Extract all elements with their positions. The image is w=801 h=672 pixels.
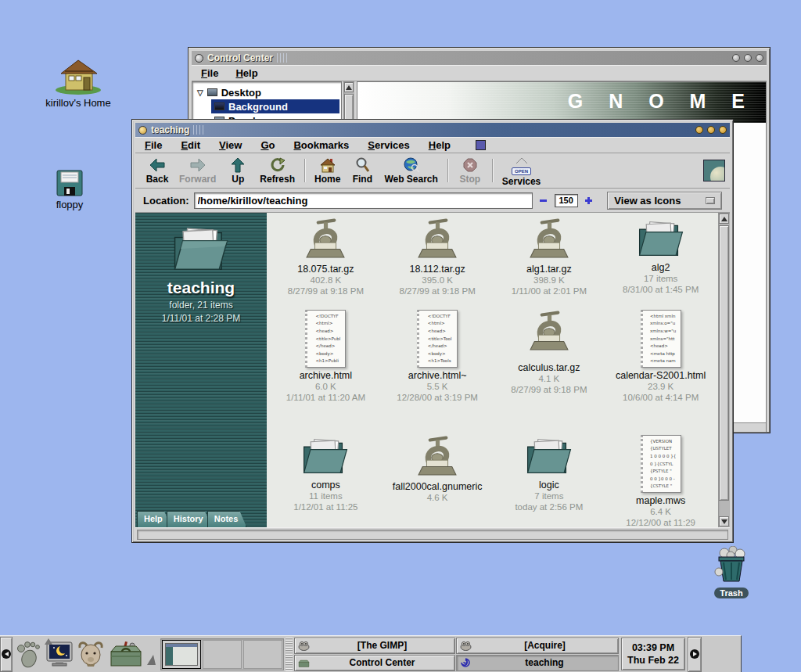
find-button[interactable]: Find bbox=[345, 154, 379, 187]
sidebar-folder-name: teaching bbox=[135, 279, 267, 297]
panel-hide-right-button[interactable] bbox=[688, 637, 702, 672]
file-view-scrollbar[interactable] bbox=[718, 213, 730, 527]
teaching-toolbar: Back Forward Up Refresh bbox=[135, 153, 730, 189]
file-item[interactable]: alg2 17 items 8/31/00 at 1:45 PM bbox=[605, 217, 717, 310]
file-item[interactable]: logic 7 items today at 2:56 PM bbox=[494, 435, 605, 527]
drawer-arrow-icon[interactable] bbox=[147, 655, 156, 665]
control-center-titlebar[interactable]: Control Center bbox=[192, 51, 767, 65]
menu-help[interactable]: Help bbox=[235, 67, 257, 79]
tree-item-desktop[interactable]: ▽ Desktop bbox=[194, 85, 339, 99]
file-item[interactable]: alg1.tar.gz 398.9 K 1/11/00 at 2:01 PM bbox=[494, 217, 605, 310]
teaching-titlebar[interactable]: teaching bbox=[135, 123, 730, 137]
xml-document-icon: <html xmln xmlns:o="u xmlns:w="u xmlns="… bbox=[641, 310, 681, 368]
tab-notes[interactable]: Notes bbox=[207, 511, 247, 527]
option-menu-indicator-icon bbox=[706, 197, 715, 204]
menu-services[interactable]: Services bbox=[368, 139, 410, 151]
menu-applet-square[interactable] bbox=[476, 140, 486, 150]
home-icon-label: kirillov's Home bbox=[41, 97, 116, 109]
panel-hide-left-button[interactable] bbox=[0, 637, 13, 672]
desktop-icon-trash[interactable]: Trash bbox=[708, 546, 755, 599]
menu-edit[interactable]: Edit bbox=[181, 139, 200, 151]
folder-icon bbox=[301, 435, 350, 477]
file-item[interactable]: <!DOCTYF <html> <head> <title>Publ </hea… bbox=[270, 310, 382, 435]
window-menu-icon[interactable] bbox=[138, 126, 147, 135]
menu-file[interactable]: File bbox=[201, 67, 218, 79]
menu-go[interactable]: Go bbox=[260, 139, 275, 151]
zoom-level-value: 150 bbox=[555, 194, 578, 207]
file-item[interactable]: {VERSION {USTYLET 1 0 0 0 0 }{ 0 }{CSTYL… bbox=[605, 435, 717, 527]
desktop-icon-floppy[interactable]: floppy bbox=[45, 169, 94, 210]
tasklist-handle[interactable] bbox=[286, 638, 293, 671]
stop-icon bbox=[463, 157, 477, 173]
desktop-1-cell[interactable] bbox=[162, 640, 201, 669]
desktop-2-cell[interactable] bbox=[203, 640, 242, 669]
main-menu-button[interactable] bbox=[13, 638, 44, 670]
maple-document-icon: {VERSION {USTYLET 1 0 0 0 0 }{ 0 }{CSTYL… bbox=[641, 435, 681, 493]
close-button[interactable] bbox=[756, 54, 763, 62]
file-item[interactable]: calculus.tar.gz 4.1 K 8/27/99 at 9:18 PM bbox=[494, 310, 605, 435]
close-button[interactable] bbox=[719, 126, 727, 134]
scroll-up-icon[interactable] bbox=[719, 214, 729, 224]
forward-button[interactable]: Forward bbox=[174, 154, 221, 187]
scroll-up-icon[interactable] bbox=[344, 82, 354, 92]
trash-icon bbox=[712, 546, 751, 585]
maximize-button[interactable] bbox=[744, 54, 752, 62]
menu-file[interactable]: File bbox=[145, 139, 162, 151]
tab-help[interactable]: Help bbox=[137, 511, 171, 527]
task-acquire[interactable]: [Acquire] bbox=[456, 638, 619, 654]
zoom-in-button[interactable] bbox=[583, 194, 595, 207]
location-label: Location: bbox=[143, 195, 189, 207]
web-search-button[interactable]: Web Search bbox=[379, 154, 442, 187]
refresh-button[interactable]: Refresh bbox=[255, 154, 300, 187]
html-document-icon: <!DOCTYF <html> <head> <title>Tool </hea… bbox=[417, 310, 458, 368]
task-gimp[interactable]: [The GIMP] bbox=[294, 638, 455, 654]
file-item[interactable]: 18.112.tar.gz 395.0 K 8/27/99 at 9:18 PM bbox=[382, 217, 494, 310]
task-teaching[interactable]: teaching bbox=[456, 655, 619, 671]
control-center-menubar: File Help bbox=[192, 65, 767, 81]
desktop-3-cell[interactable] bbox=[243, 640, 282, 669]
location-input[interactable] bbox=[194, 192, 533, 209]
task-control-center[interactable]: Control Center bbox=[294, 655, 455, 671]
menu-help[interactable]: Help bbox=[429, 139, 451, 151]
file-item[interactable]: 18.075.tar.gz 402.8 K 8/27/99 at 9:18 PM bbox=[270, 217, 382, 310]
maximize-button[interactable] bbox=[707, 126, 715, 134]
view-mode-dropdown[interactable]: View as Icons bbox=[607, 192, 722, 210]
home-button[interactable]: Home bbox=[310, 154, 345, 187]
zoom-out-button[interactable] bbox=[537, 194, 550, 207]
file-item[interactable]: fall2000cal.gnumeric 4.6 K bbox=[382, 435, 494, 527]
gnome-banner: G N O M E bbox=[357, 82, 766, 123]
file-item[interactable]: comps 11 items 1/12/01 at 11:25 bbox=[270, 435, 382, 527]
up-button[interactable]: Up bbox=[221, 154, 255, 187]
clock-applet[interactable]: 03:39 PM Thu Feb 22 bbox=[621, 638, 685, 670]
tree-item-background[interactable]: Background bbox=[211, 99, 339, 113]
gnome-banner-text: G N O M E bbox=[568, 90, 755, 113]
clock-time: 03:39 PM bbox=[632, 641, 674, 654]
floppy-icon-label: floppy bbox=[45, 199, 94, 210]
minimize-button[interactable] bbox=[732, 54, 740, 62]
tab-history[interactable]: History bbox=[167, 511, 212, 527]
control-center-launcher[interactable] bbox=[106, 638, 145, 670]
tree-expander-icon[interactable]: ▽ bbox=[197, 88, 203, 97]
toolbar-separator bbox=[304, 159, 305, 182]
gnome-foot-icon bbox=[16, 640, 41, 668]
back-button[interactable]: Back bbox=[140, 154, 174, 187]
toolbox-icon bbox=[298, 658, 310, 668]
menu-bookmarks[interactable]: Bookmarks bbox=[293, 139, 349, 151]
desk-guide-pager[interactable] bbox=[160, 638, 284, 670]
services-open-sign-icon bbox=[512, 154, 532, 167]
hide-left-arrow-icon bbox=[2, 649, 11, 659]
teaching-window[interactable]: teaching File Edit View Go Bookmarks Ser… bbox=[131, 119, 734, 543]
file-item[interactable]: <html xmln xmlns:o="u xmlns:w="u xmlns="… bbox=[605, 310, 717, 435]
toolbox-icon bbox=[109, 641, 143, 667]
services-button[interactable]: OPEN Services bbox=[497, 154, 545, 187]
scrollbar-thumb[interactable] bbox=[719, 225, 729, 501]
file-icon-view[interactable]: 18.075.tar.gz 402.8 K 8/27/99 at 9:18 PM… bbox=[267, 213, 718, 527]
desktop-icon-home[interactable]: kirillov's Home bbox=[41, 56, 116, 109]
minimize-button[interactable] bbox=[695, 126, 703, 134]
menu-view[interactable]: View bbox=[219, 139, 242, 151]
stop-button[interactable]: Stop bbox=[453, 154, 487, 187]
file-item[interactable]: <!DOCTYF <html> <head> <title>Tool </hea… bbox=[382, 310, 494, 435]
window-menu-icon[interactable] bbox=[195, 54, 203, 63]
scroll-down-icon[interactable] bbox=[719, 516, 729, 526]
gnu-emacs-launcher[interactable] bbox=[75, 638, 106, 670]
